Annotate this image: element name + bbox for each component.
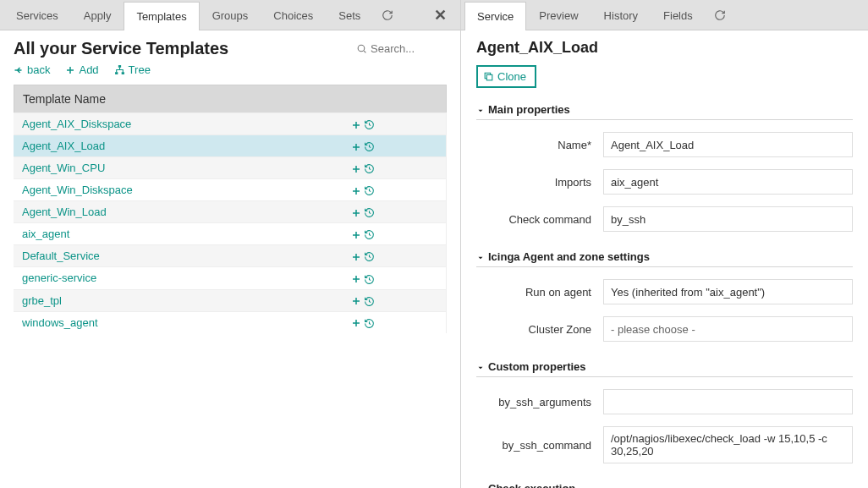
back-link[interactable]: back [14,63,50,76]
add-icon[interactable] [351,249,361,262]
add-icon[interactable] [351,162,361,174]
tab-service[interactable]: Service [464,2,526,30]
table-row[interactable]: Agent_AIX_Load [14,134,446,156]
template-name-link[interactable]: windows_agent [22,316,351,329]
form-row: Cluster Zone- please choose - [476,316,853,342]
template-name-link[interactable]: aix_agent [22,228,351,240]
search-icon [356,43,367,54]
page-title: All your Service Templates [14,39,228,58]
section-header[interactable]: Icinga Agent and zone settings [476,250,853,267]
search-box[interactable] [356,42,447,55]
left-tabbar: ServicesApplyTemplatesGroupsChoicesSets … [0,0,460,30]
field-label: Imports [476,176,603,189]
add-icon[interactable] [351,271,361,284]
table-row[interactable]: Agent_Win_Diskspace [14,178,446,200]
clone-button[interactable]: Clone [476,65,536,88]
tab-templates[interactable]: Templates [124,2,199,30]
tab-services[interactable]: Services [3,1,71,30]
field-label: by_ssh_arguments [476,396,603,408]
arrow-left-icon [14,65,24,75]
svg-rect-4 [486,74,492,80]
form-row: Name*Agent_AIX_Load [476,132,853,157]
table-row[interactable]: Default_Service [14,244,446,266]
template-table: Agent_AIX_DiskspaceAgent_AIX_LoadAgent_W… [14,112,447,333]
tab-apply[interactable]: Apply [71,1,124,30]
history-icon[interactable] [364,249,375,262]
history-icon[interactable] [364,140,375,152]
table-row[interactable]: Agent_Win_CPU [14,156,446,178]
template-name-link[interactable]: Agent_AIX_Diskspace [22,118,351,130]
close-icon[interactable]: ✕ [420,6,460,25]
history-icon[interactable] [364,162,375,174]
caret-down-icon [476,250,485,263]
table-row[interactable]: generic-service [14,266,446,288]
form-row: by_ssh_arguments [476,389,853,414]
field-label: Run on agent [476,286,603,299]
svg-rect-2 [115,72,118,74]
table-row[interactable]: aix_agent [14,222,446,244]
tree-link[interactable]: Tree [114,63,151,76]
caret-down-icon [476,103,485,116]
caret-down-icon [476,482,485,488]
right-tabbar: ServicePreviewHistoryFields [461,0,868,30]
svg-rect-3 [121,72,124,74]
add-icon[interactable] [351,294,361,307]
tab-fields[interactable]: Fields [651,1,706,30]
tab-groups[interactable]: Groups [200,1,261,30]
template-name-link[interactable]: generic-service [22,271,351,284]
template-name-link[interactable]: Agent_AIX_Load [22,140,351,152]
field-value[interactable]: - please choose - [603,316,853,342]
template-name-link[interactable]: Default_Service [22,249,351,262]
add-link[interactable]: Add [65,63,98,76]
plus-icon [65,65,75,75]
tab-history[interactable]: History [591,1,651,30]
table-row[interactable]: grbe_tpl [14,289,446,311]
caret-down-icon [476,360,485,373]
template-name-link[interactable]: grbe_tpl [22,294,351,307]
form-row: Run on agentYes (inherited from "aix_age… [476,279,853,304]
table-header: Template Name [14,85,447,112]
history-icon[interactable] [364,228,375,240]
refresh-icon[interactable] [706,9,734,21]
section-header[interactable]: Check execution [476,482,853,488]
add-icon[interactable] [351,118,361,130]
table-row[interactable]: Agent_AIX_Diskspace [14,112,446,134]
field-value[interactable]: Agent_AIX_Load [603,132,853,157]
add-icon[interactable] [351,184,361,196]
field-label: Cluster Zone [476,323,603,336]
tab-sets[interactable]: Sets [326,1,373,30]
template-name-link[interactable]: Agent_Win_Diskspace [22,184,351,196]
field-value[interactable]: aix_agent [603,169,853,195]
template-name-link[interactable]: Agent_Win_CPU [22,162,351,174]
tab-preview[interactable]: Preview [526,1,591,30]
table-row[interactable]: windows_agent [14,311,446,333]
history-icon[interactable] [364,294,375,307]
history-icon[interactable] [364,184,375,196]
history-icon[interactable] [364,316,375,329]
section-header[interactable]: Main properties [476,103,853,120]
detail-title: Agent_AIX_Load [476,39,853,57]
field-value[interactable]: /opt/nagios/libexec/check_load -w 15,10,… [603,426,853,463]
add-icon[interactable] [351,228,361,240]
history-icon[interactable] [364,271,375,284]
svg-point-0 [358,45,365,52]
section-header[interactable]: Custom properties [476,360,853,377]
form-row: Check commandby_ssh [476,206,853,232]
history-icon[interactable] [364,206,375,218]
field-value[interactable]: Yes (inherited from "aix_agent") [603,279,853,304]
form-row: Importsaix_agent [476,169,853,195]
field-value[interactable]: by_ssh [603,206,853,232]
template-name-link[interactable]: Agent_Win_Load [22,206,351,218]
search-input[interactable] [371,42,447,55]
add-icon[interactable] [351,316,361,329]
tab-choices[interactable]: Choices [261,1,326,30]
add-icon[interactable] [351,140,361,152]
field-value[interactable] [603,389,853,414]
svg-rect-1 [118,65,120,68]
refresh-icon[interactable] [373,9,402,21]
table-row[interactable]: Agent_Win_Load [14,200,446,222]
clone-icon [483,71,494,82]
form-row: by_ssh_command/opt/nagios/libexec/check_… [476,426,853,463]
add-icon[interactable] [351,206,361,218]
history-icon[interactable] [364,118,375,130]
